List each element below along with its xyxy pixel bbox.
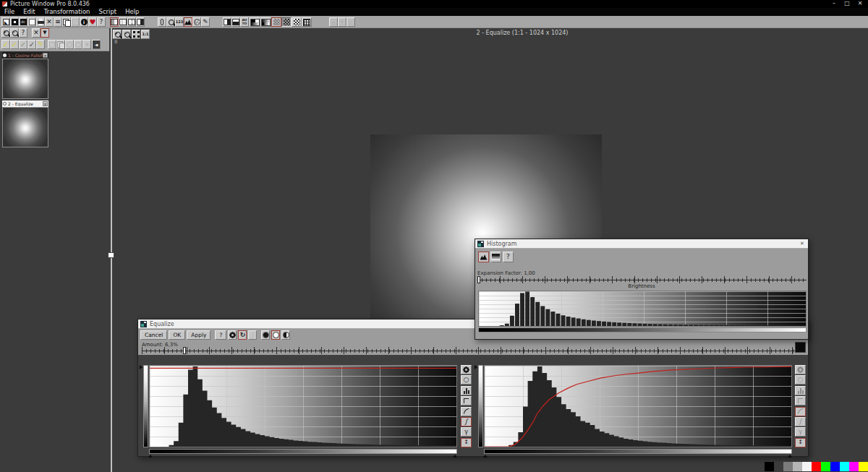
info-button[interactable]: i (80, 17, 88, 27)
preview-refresh-button[interactable]: ↻ (238, 330, 247, 340)
right-histogram-plot[interactable] (484, 365, 792, 447)
amount-slider-thumb[interactable] (183, 347, 186, 354)
color-swatch-2[interactable] (783, 462, 793, 471)
left-white-point-marker-icon[interactable] (453, 455, 457, 458)
color-swatch-3[interactable] (793, 462, 802, 471)
menu-item-script[interactable]: Script (94, 8, 121, 16)
close-icon[interactable]: ✕ (799, 240, 806, 247)
pattern-grid-button[interactable] (302, 17, 312, 27)
measure-button[interactable]: ✎ (201, 17, 210, 27)
print-button[interactable] (36, 17, 45, 27)
tool-dropdown-button[interactable]: ▼ (41, 28, 49, 38)
zoom-in-button[interactable]: + (1, 28, 10, 38)
display-split-button[interactable] (281, 330, 290, 340)
canvas-zoom-1-1-button[interactable]: 1:1 (141, 30, 150, 39)
right-black-point-marker-icon[interactable] (483, 455, 488, 458)
maximize-button[interactable]: □ (841, 0, 854, 8)
help-button[interactable]: ? (97, 17, 106, 27)
amount-slider[interactable] (142, 347, 795, 354)
close-icon[interactable]: ✕ (43, 101, 48, 106)
display-black-button[interactable] (261, 330, 270, 340)
color-patch[interactable] (795, 342, 806, 353)
canvas-zoom-in-button[interactable]: + (113, 30, 122, 39)
probe-button[interactable] (158, 17, 166, 27)
right-curve-marker-icon[interactable] (475, 365, 477, 369)
zoom-out-button[interactable]: − (10, 28, 19, 38)
new-image-button[interactable] (10, 17, 19, 27)
readout-button[interactable]: dc (19, 17, 27, 27)
histogram-button[interactable] (184, 17, 192, 27)
color-swatch-5[interactable] (812, 462, 821, 471)
apply-check-alt-button[interactable]: ✓ (10, 40, 19, 49)
canvas-zoom-fit-button[interactable] (132, 30, 140, 39)
auto-button[interactable]: AU TO (240, 17, 249, 27)
s-curve-button[interactable]: ʃ (461, 417, 472, 426)
color-swatch-10[interactable] (859, 462, 868, 471)
minimize-button[interactable]: – (827, 0, 841, 8)
help-button[interactable]: ? (215, 330, 226, 340)
expansion-factor-slider[interactable] (477, 276, 807, 283)
transition-hard-button[interactable] (250, 17, 260, 27)
pattern-checker-white-button[interactable] (292, 17, 302, 27)
ok-button[interactable]: OK (169, 330, 185, 340)
close-image-button[interactable]: ✕ (45, 17, 54, 27)
duplicate-button[interactable] (62, 17, 71, 27)
thumbnail-title-bar[interactable]: 1 - Cosine Falloff ✕ (2, 52, 48, 59)
readout-style-4-button[interactable] (136, 17, 145, 27)
step-curve-button[interactable] (461, 396, 472, 406)
apply-button[interactable]: Apply (187, 330, 210, 340)
color-swatch-6[interactable] (821, 462, 830, 471)
menu-item-file[interactable]: File (0, 8, 19, 16)
thumbnail-image[interactable] (2, 59, 48, 99)
settings-button[interactable] (461, 365, 472, 374)
confirm-check-alt-button[interactable]: ✓ (27, 40, 36, 49)
color-swatch-4[interactable] (802, 462, 812, 471)
canvas-zoom-out-button[interactable]: − (122, 30, 131, 39)
expand-range-button[interactable]: ↕ (461, 438, 472, 447)
confirm-check-button[interactable]: ✓ (19, 40, 27, 49)
marker-pen-button[interactable]: ✎ (36, 40, 45, 49)
open-image-button[interactable]: ◣ (1, 17, 10, 27)
display-white-button[interactable] (271, 330, 280, 340)
left-histogram-plot[interactable] (149, 365, 457, 447)
circle-mode-button[interactable]: ○ (461, 375, 472, 385)
readout-style-3-button[interactable] (127, 17, 136, 27)
pattern-checker-gray-button[interactable] (271, 17, 281, 27)
thumbnail-title-bar[interactable]: 2 - Equalize ✕ (2, 100, 48, 107)
left-black-point-marker-icon[interactable] (148, 455, 153, 458)
cancel-button[interactable]: Cancel (140, 330, 167, 340)
color-swatch-1[interactable] (774, 462, 783, 471)
favorites-button[interactable]: ♥ (88, 17, 97, 27)
image-list-button[interactable]: ≡ (54, 17, 62, 27)
readout-values-button[interactable]: 123 (175, 17, 184, 27)
pane-divider-handle[interactable] (108, 252, 114, 258)
readout-style-2-button[interactable] (119, 17, 127, 27)
color-swatch-0[interactable] (765, 462, 774, 471)
split-horizontal-button[interactable] (231, 17, 240, 27)
color-picker-button[interactable] (192, 17, 201, 27)
settings-button[interactable] (228, 330, 237, 340)
close-tool-button[interactable]: ✕ (32, 28, 41, 38)
close-button[interactable]: ✕ (854, 0, 867, 8)
menu-item-transformation[interactable]: Transformation (40, 8, 95, 16)
close-icon[interactable]: ✕ (43, 53, 48, 58)
readout-style-1-button[interactable] (110, 17, 119, 27)
right-white-point-marker-icon[interactable] (788, 455, 792, 458)
color-swatch-8[interactable] (840, 462, 849, 471)
color-swatch-7[interactable] (830, 462, 840, 471)
gamma-curve-button[interactable]: γ (461, 427, 472, 437)
color-swatch-9[interactable] (849, 462, 859, 471)
histogram-title-bar[interactable]: Histogram ✕ (475, 239, 808, 249)
menu-item-edit[interactable]: Edit (19, 8, 39, 16)
zoom-help-button[interactable]: ? (19, 28, 27, 38)
apply-check-button[interactable]: ✓ (1, 40, 10, 49)
magnifier-button[interactable] (166, 17, 175, 27)
left-curve-marker-icon[interactable] (140, 365, 142, 369)
blank-image-button[interactable] (27, 17, 36, 27)
expansion-slider-thumb[interactable] (477, 276, 480, 283)
transition-soft-button[interactable] (260, 17, 271, 27)
mask-menu-button[interactable]: -▪ (92, 40, 101, 49)
histogram-display-button[interactable] (478, 252, 489, 262)
pattern-checker-dark-button[interactable] (281, 17, 292, 27)
expand-range-button[interactable]: ↕ (795, 438, 806, 447)
